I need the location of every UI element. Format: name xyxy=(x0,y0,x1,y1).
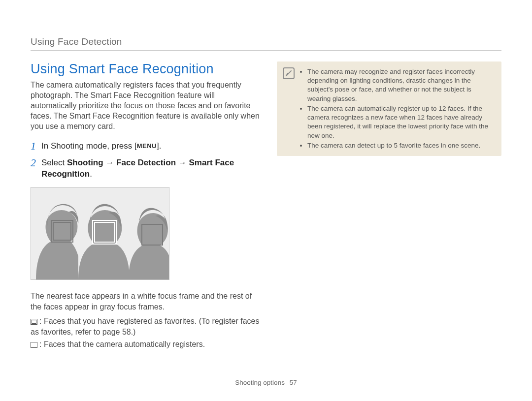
note-item: The camera can automatically register up… xyxy=(307,104,494,140)
arrow-icon: → xyxy=(176,158,189,167)
auto-frame-icon xyxy=(31,342,37,347)
steps-list: In Shooting mode, press [MENU]. Select S… xyxy=(31,141,262,181)
legend-text-2: : Faces that the camera automatically re… xyxy=(39,340,205,348)
note-icon xyxy=(283,67,295,79)
svg-rect-2 xyxy=(31,342,37,348)
step-2: Select Shooting → Face Detection → Smart… xyxy=(31,157,262,180)
step-1-text-b: ]. xyxy=(157,141,161,151)
footer-page-number: 57 xyxy=(290,379,297,386)
favorite-frame-icon xyxy=(31,319,37,324)
note-item: The camera can detect up to 5 favorite f… xyxy=(307,141,494,150)
breadcrumb: Using Face Detection xyxy=(31,36,501,50)
legend-text-1: : Faces that you have registered as favo… xyxy=(31,317,259,336)
focus-frame-white xyxy=(92,220,117,245)
focus-frame-gray xyxy=(51,220,73,243)
step-2-text-a: Select xyxy=(41,158,67,167)
footer-section: Shooting options xyxy=(235,379,285,386)
page-footer: Shooting options 57 xyxy=(0,379,532,386)
step-2-text-e: . xyxy=(90,169,92,179)
legend-list: : Faces that you have registered as favo… xyxy=(31,316,262,349)
svg-rect-1 xyxy=(32,320,36,324)
step-1: In Shooting mode, press [MENU]. xyxy=(31,141,262,152)
step-2-path-1: Shooting xyxy=(67,158,103,167)
note-box: The camera may recognize and register fa… xyxy=(277,62,501,156)
example-image xyxy=(31,187,169,280)
legend-item-favorite: : Faces that you have registered as favo… xyxy=(31,316,262,337)
step-2-path-2: Face Detection xyxy=(116,158,176,167)
menu-button-label: MENU xyxy=(137,142,157,151)
focus-frame-gray xyxy=(141,224,163,246)
divider xyxy=(31,50,501,51)
step-1-text-a: In Shooting mode, press [ xyxy=(41,141,137,151)
legend-item-auto: : Faces that the camera automatically re… xyxy=(31,339,262,349)
caption-text: The nearest face appears in a white focu… xyxy=(31,291,262,312)
page-title: Using Smart Face Recognition xyxy=(31,62,262,77)
arrow-icon: → xyxy=(103,158,116,167)
note-item: The camera may recognize and register fa… xyxy=(307,67,494,103)
intro-text: The camera automatically registers faces… xyxy=(31,80,262,132)
